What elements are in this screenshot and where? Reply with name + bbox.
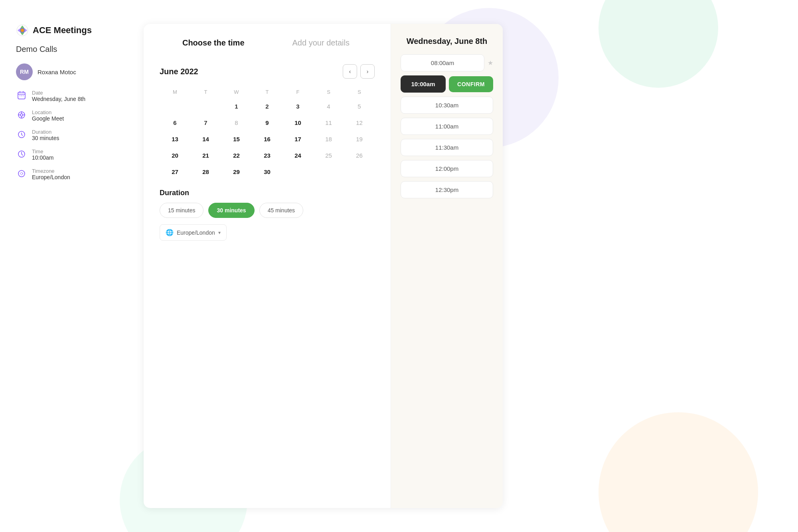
cal-day-empty [190,99,221,114]
info-duration: Duration 30 minutes [16,129,120,141]
cal-day-8[interactable]: 8 [221,115,252,130]
date-value: Wednesday, June 8th [32,96,85,102]
info-time: Time 10:00am [16,148,120,161]
cal-day-empty [282,164,313,179]
time-slot-1130[interactable]: 11:30am [401,139,493,156]
timezone-dropdown[interactable]: 🌐 Europe/London ▾ [160,224,227,241]
nav-buttons: ‹ › [343,64,375,79]
time-slot-1030[interactable]: 10:30am [401,97,493,114]
cal-day-18: 18 [313,132,344,146]
timezone-value: Europe/London [32,174,70,180]
cal-day-11: 11 [313,115,344,130]
cal-day-9[interactable]: 9 [252,115,282,130]
time-label: Time [32,148,53,154]
svg-point-7 [20,114,23,116]
app-title: ACE Meetings [33,25,92,36]
cal-day-17[interactable]: 17 [282,132,313,146]
location-icon [16,109,27,121]
cal-day-15[interactable]: 15 [221,132,252,146]
cal-day-23[interactable]: 23 [252,148,282,163]
cal-day-empty [313,164,344,179]
logo-area: ACE Meetings [16,24,120,37]
info-date: Date Wednesday, June 8th [16,90,120,102]
calendar-header: June 2022 ‹ › [160,64,375,79]
next-month-button[interactable]: › [360,64,375,79]
cal-day-1[interactable]: 1 [221,99,252,114]
calendar-icon [16,90,27,101]
avatar: RM [16,63,33,80]
date-label: Date [32,90,85,96]
cal-day-12: 12 [344,115,375,130]
day-header-sun: S [344,87,375,97]
cal-day-20[interactable]: 20 [160,148,190,163]
host-row: RM Roxana Motoc [16,63,120,80]
cal-day-empty [344,164,375,179]
cal-day-22[interactable]: 22 [221,148,252,163]
timezone-display: Europe/London [177,229,215,236]
location-value: Google Meet [32,115,64,122]
time-slot-1200[interactable]: 12:00pm [401,160,493,177]
cal-day-empty [160,99,190,114]
day-header-mon: M [160,87,190,97]
cal-day-7[interactable]: 7 [190,115,221,130]
day-header-tue: T [190,87,221,97]
confirm-button[interactable]: CONFIRM [449,76,493,92]
main-content: Choose the time Add your details June 20… [144,24,782,508]
info-location: Location Google Meet [16,109,120,122]
sidebar: ACE Meetings Demo Calls RM Roxana Motoc [16,24,120,508]
duration-30-button[interactable]: 30 minutes [208,203,254,218]
time-slot-1000[interactable]: 10:00am [401,75,446,93]
time-slot-row-800: 08:00am ★ [401,54,493,71]
duration-info-text: Duration 30 minutes [32,129,59,141]
calendar-grid: M T W T F S S 1 2 3 [160,87,375,179]
booking-card: Choose the time Add your details June 20… [144,24,503,508]
prev-month-button[interactable]: ‹ [343,64,357,79]
cal-day-5: 5 [344,99,375,114]
location-info-text: Location Google Meet [32,109,64,122]
cal-day-27[interactable]: 27 [160,164,190,179]
calendar-week-1: 1 2 3 4 5 [160,99,375,114]
day-header-thu: T [252,87,282,97]
timezone-icon [16,168,27,179]
cal-day-14[interactable]: 14 [190,132,221,146]
day-header-fri: F [282,87,313,97]
cal-day-2[interactable]: 2 [252,99,282,114]
cal-day-24[interactable]: 24 [282,148,313,163]
cal-day-10[interactable]: 10 [282,115,313,130]
time-slot-1100[interactable]: 11:00am [401,118,493,135]
host-name: Roxana Motoc [38,69,76,75]
time-section: Wednesday, June 8th 08:00am ★ 10:00am CO… [391,24,503,508]
cal-day-28[interactable]: 28 [190,164,221,179]
duration-45-button[interactable]: 45 minutes [259,203,303,218]
time-info-text: Time 10:00am [32,148,53,161]
cal-day-30[interactable]: 30 [252,164,282,179]
cal-day-6[interactable]: 6 [160,115,190,130]
time-slot-800[interactable]: 08:00am [401,54,484,71]
tab-add-details[interactable]: Add your details [267,38,375,51]
cal-day-3[interactable]: 3 [282,99,313,114]
info-timezone: Timezone Europe/London [16,168,120,180]
svg-point-11 [20,172,23,175]
cal-day-16[interactable]: 16 [252,132,282,146]
cal-day-25: 25 [313,148,344,163]
date-info-text: Date Wednesday, June 8th [32,90,85,102]
time-slot-1230[interactable]: 12:30pm [401,181,493,198]
day-header-wed: W [221,87,252,97]
duration-label: Duration [32,129,59,135]
svg-point-1 [21,29,24,32]
cal-day-29[interactable]: 29 [221,164,252,179]
month-year-label: June 2022 [160,67,198,76]
svg-point-4 [21,95,22,96]
chevron-down-icon: ▾ [218,230,221,235]
cal-day-21[interactable]: 21 [190,148,221,163]
section-tabs: Choose the time Add your details [160,38,375,51]
cal-day-13[interactable]: 13 [160,132,190,146]
duration-value: 30 minutes [32,135,59,141]
star-icon[interactable]: ★ [488,59,493,67]
location-label: Location [32,109,64,115]
tab-choose-time[interactable]: Choose the time [160,38,267,51]
svg-point-10 [18,170,25,177]
duration-15-button[interactable]: 15 minutes [160,203,203,218]
calendar-week-3: 13 14 15 16 17 18 19 [160,132,375,146]
calendar-week-2: 6 7 8 9 10 11 12 [160,115,375,130]
